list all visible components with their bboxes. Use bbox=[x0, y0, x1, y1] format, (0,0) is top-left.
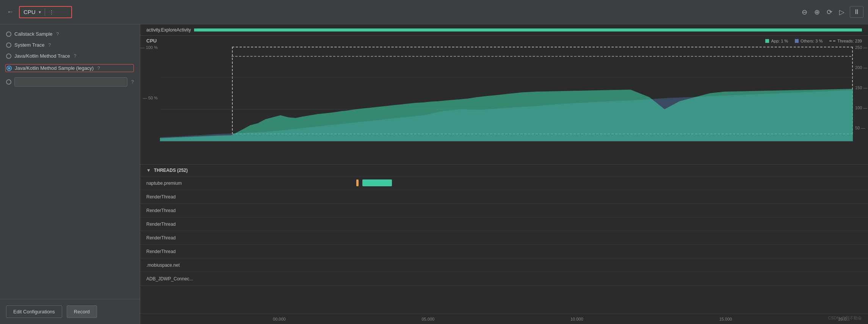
thread-timeline-0 bbox=[273, 176, 868, 190]
custom-config-input[interactable] bbox=[14, 77, 127, 87]
legend-threads-label: Threads: 239 bbox=[837, 39, 862, 43]
help-callstack-icon[interactable]: ? bbox=[56, 31, 59, 37]
activity-bar: activity.ExploreActivity bbox=[140, 24, 868, 36]
legend-others-color bbox=[795, 39, 799, 43]
table-row: .mobiuspace.net bbox=[140, 258, 868, 272]
legend-others: Others: 3 % bbox=[795, 39, 823, 43]
thread-timeline-1 bbox=[273, 190, 868, 203]
option-system-label: System Trace bbox=[14, 42, 44, 48]
thread-name-0: naptube.premium bbox=[140, 181, 273, 186]
time-tick-0: 00.000 bbox=[273, 317, 286, 321]
help-custom-icon[interactable]: ? bbox=[131, 79, 134, 85]
time-tick-2: 10.000 bbox=[570, 317, 583, 321]
svg-marker-3 bbox=[160, 89, 853, 141]
zoom-in-icon[interactable]: ⊕ bbox=[813, 6, 821, 18]
thread-block-orange bbox=[356, 179, 359, 186]
table-row: RenderThread bbox=[140, 231, 868, 245]
time-axis: 00.000 05.000 10.000 15.000 20.0... bbox=[140, 313, 868, 324]
table-row: RenderThread bbox=[140, 217, 868, 231]
threads-header: ▼ THREADS (252) bbox=[140, 165, 868, 176]
option-system[interactable]: System Trace ? bbox=[6, 42, 134, 48]
cpu-chart-canvas[interactable] bbox=[160, 45, 853, 153]
thread-list[interactable]: naptube.premium RenderThread RenderThrea… bbox=[140, 176, 868, 313]
pause-button[interactable]: ⏸ bbox=[850, 6, 863, 18]
y-axis-50: — 50 % bbox=[140, 96, 158, 100]
thread-name-6: .mobiuspace.net bbox=[140, 263, 273, 268]
y-axis-100: — 100 % bbox=[140, 45, 158, 50]
cpu-chart-body: — 100 % — 50 % bbox=[140, 45, 868, 153]
edit-configurations-button[interactable]: Edit Configurations bbox=[6, 305, 62, 318]
table-row: RenderThread bbox=[140, 245, 868, 258]
left-panel: Callstack Sample ? System Trace ? Java/K… bbox=[0, 24, 140, 324]
r-axis-250: 250 — bbox=[855, 45, 868, 50]
thread-name-5: RenderThread bbox=[140, 249, 273, 254]
option-java-sample[interactable]: Java/Kotlin Method Sample (legacy) ? bbox=[5, 64, 134, 72]
legend-app: App: 1 % bbox=[765, 39, 788, 43]
thread-name-3: RenderThread bbox=[140, 222, 273, 227]
table-row: ADB_JDWP_Connec... bbox=[140, 272, 868, 286]
legend-app-color bbox=[765, 39, 769, 43]
cpu-chart-header: CPU App: 1 % Others: 3 % Threads: 239 bbox=[140, 36, 868, 45]
time-tick-3: 15.000 bbox=[719, 317, 732, 321]
time-axis-inner: 00.000 05.000 10.000 15.000 20.0... bbox=[273, 314, 868, 324]
cpu-chart-legend: App: 1 % Others: 3 % Threads: 239 bbox=[765, 39, 862, 43]
cpu-dropdown-label: CPU bbox=[24, 9, 36, 15]
option-callstack-label: Callstack Sample bbox=[14, 31, 52, 37]
option-java-trace[interactable]: Java/Kotlin Method Trace ? bbox=[6, 53, 134, 59]
legend-others-label: Others: 3 % bbox=[801, 39, 823, 43]
left-panel-actions: Edit Configurations Record bbox=[0, 299, 140, 324]
more-options-icon[interactable]: ⋮ bbox=[49, 9, 55, 15]
radio-java-sample[interactable] bbox=[6, 66, 12, 71]
watermark: CSDN @我不勤奋 bbox=[828, 315, 862, 321]
thread-name-1: RenderThread bbox=[140, 194, 273, 200]
thread-timeline-6 bbox=[273, 258, 868, 272]
radio-system[interactable] bbox=[6, 42, 11, 48]
radio-java-trace[interactable] bbox=[6, 53, 11, 59]
threads-collapse-icon[interactable]: ▼ bbox=[146, 168, 151, 173]
thread-name-7: ADB_JDWP_Connec... bbox=[140, 276, 273, 282]
cpu-chart-title: CPU bbox=[146, 38, 157, 44]
refresh-icon[interactable]: ⟳ bbox=[825, 6, 834, 18]
option-callstack[interactable]: Callstack Sample ? bbox=[6, 31, 134, 37]
thread-name-2: RenderThread bbox=[140, 208, 273, 213]
record-button[interactable]: Record bbox=[67, 305, 97, 318]
help-java-sample-icon[interactable]: ? bbox=[97, 66, 100, 71]
option-java-sample-label: Java/Kotlin Method Sample (legacy) bbox=[15, 65, 94, 71]
thread-timeline-3 bbox=[273, 217, 868, 231]
dropdown-divider bbox=[45, 8, 45, 16]
chevron-down-icon: ▾ bbox=[39, 9, 41, 15]
help-system-icon[interactable]: ? bbox=[48, 42, 51, 48]
cpu-y-axis: — 100 % — 50 % bbox=[140, 45, 160, 153]
cpu-dropdown[interactable]: CPU ▾ ⋮ bbox=[19, 6, 72, 18]
legend-app-label: App: 1 % bbox=[771, 39, 788, 43]
radio-callstack[interactable] bbox=[6, 31, 11, 37]
r-axis-200: 200 — bbox=[855, 65, 868, 70]
threads-title: THREADS (252) bbox=[154, 168, 188, 173]
zoom-out-icon[interactable]: ⊖ bbox=[800, 6, 809, 18]
thread-timeline-7 bbox=[273, 272, 868, 285]
thread-timeline-5 bbox=[273, 245, 868, 258]
cpu-chart-svg bbox=[160, 45, 853, 153]
custom-config-row: ? bbox=[6, 77, 134, 87]
threads-area: ▼ THREADS (252) naptube.premium RenderTh… bbox=[140, 165, 868, 324]
top-bar: ← CPU ▾ ⋮ ⊖ ⊕ ⟳ ▷ ⏸ bbox=[0, 0, 868, 24]
top-bar-right: ⊖ ⊕ ⟳ ▷ ⏸ bbox=[800, 6, 863, 18]
help-java-trace-icon[interactable]: ? bbox=[74, 53, 77, 59]
r-axis-150: 150 — bbox=[855, 85, 868, 90]
main-content: Callstack Sample ? System Trace ? Java/K… bbox=[0, 24, 868, 324]
option-java-trace-label: Java/Kotlin Method Trace bbox=[14, 53, 70, 59]
r-axis-100: 100 — bbox=[855, 105, 868, 110]
legend-threads: Threads: 239 bbox=[829, 39, 862, 43]
table-row: RenderThread bbox=[140, 204, 868, 217]
legend-threads-line bbox=[829, 41, 835, 41]
radio-custom[interactable] bbox=[6, 79, 11, 85]
thread-name-4: RenderThread bbox=[140, 235, 273, 241]
thread-block-green bbox=[362, 179, 392, 186]
thread-timeline-4 bbox=[273, 231, 868, 244]
table-row: RenderThread bbox=[140, 190, 868, 204]
thread-timeline-2 bbox=[273, 204, 868, 217]
play-icon[interactable]: ▷ bbox=[838, 6, 846, 18]
back-button[interactable]: ← bbox=[5, 6, 16, 17]
r-axis-50: 50 — bbox=[855, 126, 868, 130]
cpu-chart-area: CPU App: 1 % Others: 3 % Threads: 239 bbox=[140, 36, 868, 165]
